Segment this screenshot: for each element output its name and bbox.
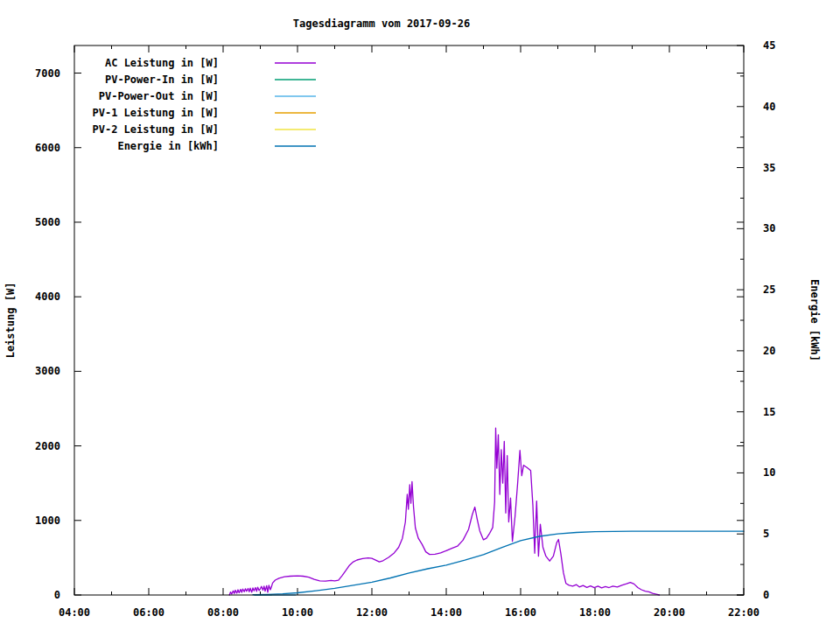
y-tick-label: 2000 bbox=[35, 440, 60, 452]
y2-tick-label: 25 bbox=[763, 284, 775, 296]
x-tick-label: 12:00 bbox=[356, 606, 388, 619]
legend-label: PV-2 Leistung in [W] bbox=[93, 123, 220, 136]
y-axis-title: Leistung [W] bbox=[4, 283, 17, 359]
y-tick-label: 4000 bbox=[35, 290, 60, 303]
plot-svg: Tagesdiagramm vom 2017-09-26 Leistung [W… bbox=[0, 0, 840, 630]
series-line-1 bbox=[229, 428, 659, 595]
y2-axis-title: Energie [kWh] bbox=[808, 279, 821, 361]
x-tick-label: 14:00 bbox=[430, 606, 462, 619]
series-lines bbox=[229, 428, 744, 595]
x-tick-label: 04:00 bbox=[59, 606, 90, 619]
x-tick-label: 16:00 bbox=[505, 606, 536, 619]
legend-label: PV-Power-Out in [W] bbox=[99, 90, 219, 102]
y2-tick-label: 5 bbox=[763, 528, 769, 540]
x-tick-label: 06:00 bbox=[133, 606, 164, 619]
legend-label: Energie in [kWh] bbox=[117, 140, 219, 152]
y-tick-label: 6000 bbox=[35, 142, 60, 154]
x-tick-label: 10:00 bbox=[282, 606, 313, 619]
legend: AC Leistung in [W]PV-Power-In in [W]PV-P… bbox=[93, 57, 317, 152]
x-tick-label: 22:00 bbox=[728, 606, 760, 619]
y-tick-label: 1000 bbox=[35, 514, 60, 527]
y2-tick-label: 0 bbox=[763, 589, 769, 601]
y-tick-label: 3000 bbox=[35, 365, 60, 377]
y2-tick-label: 40 bbox=[763, 101, 775, 113]
legend-label: PV-Power-In in [W] bbox=[105, 74, 219, 86]
chart-title: Tagesdiagramm vom 2017-09-26 bbox=[293, 18, 470, 30]
y-tick-label: 5000 bbox=[35, 216, 60, 228]
legend-label: AC Leistung in [W] bbox=[105, 57, 219, 69]
x-tick-label: 18:00 bbox=[579, 606, 611, 619]
x-tick-label: 08:00 bbox=[207, 606, 239, 619]
legend-label: PV-1 Leistung in [W] bbox=[93, 107, 220, 119]
y2-tick-label: 35 bbox=[763, 162, 775, 174]
y-tick-label: 0 bbox=[54, 589, 60, 601]
x-tick-label: 20:00 bbox=[654, 606, 685, 619]
y2-tick-label: 30 bbox=[763, 222, 775, 234]
y2-tick-label: 20 bbox=[763, 345, 775, 357]
y-tick-label: 7000 bbox=[35, 67, 60, 80]
y2-tick-label: 15 bbox=[763, 406, 775, 418]
series-line-6 bbox=[253, 531, 744, 595]
y2-tick-label: 45 bbox=[763, 39, 775, 52]
y2-tick-label: 10 bbox=[763, 466, 775, 479]
chart-canvas: Tagesdiagramm vom 2017-09-26 Leistung [W… bbox=[0, 0, 840, 630]
